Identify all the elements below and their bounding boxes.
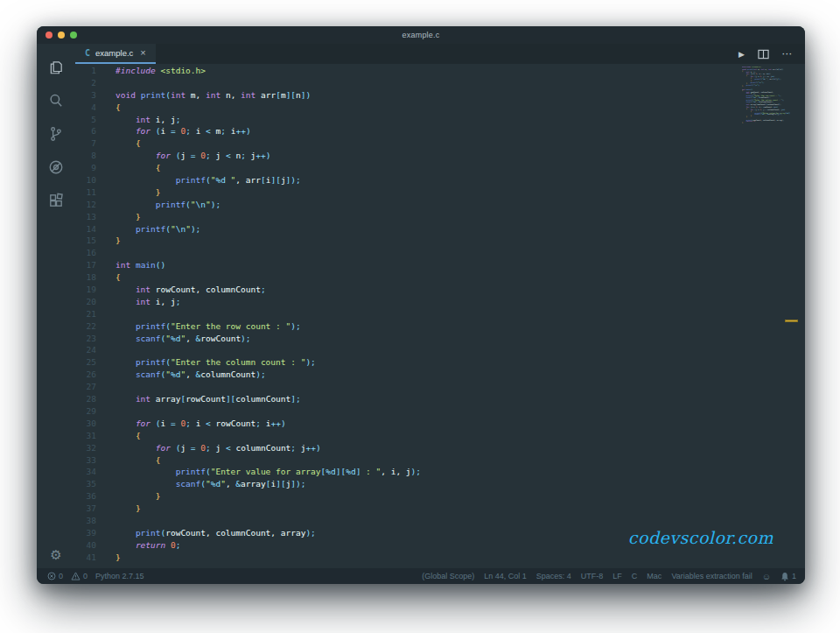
code-line[interactable]: printf("\n"); (116, 223, 805, 236)
source-control-icon[interactable] (37, 117, 75, 151)
extraction-status[interactable]: Variables extraction fail (671, 572, 752, 580)
line-number[interactable]: 3 (75, 89, 96, 102)
code-line[interactable] (116, 77, 805, 89)
problems-warnings[interactable]: 0 (71, 572, 88, 580)
code-line[interactable]: printf("\n"); (116, 199, 805, 211)
line-number[interactable]: 26 (75, 369, 96, 381)
minimap[interactable]: #include <stdio.h> void print(int m, int… (742, 67, 790, 123)
code-line[interactable]: for (i = 0; i < rowCount; i++) (116, 418, 805, 430)
code-line[interactable]: printf("Enter the row count : "); (116, 320, 805, 333)
code-line[interactable]: #include <stdio.h> (116, 65, 805, 77)
code-line[interactable] (116, 515, 805, 527)
code-line[interactable]: for (j = 0; j < n; j++) (116, 150, 805, 162)
code-line[interactable]: printf("Enter the column count : "); (116, 356, 805, 369)
code-line[interactable]: { (116, 102, 805, 114)
debug-icon[interactable] (37, 151, 75, 184)
line-number[interactable]: 39 (75, 527, 96, 539)
split-editor-icon[interactable] (758, 49, 769, 60)
code-line[interactable]: } (116, 552, 805, 564)
line-number[interactable]: 20 (75, 296, 96, 308)
line-number[interactable]: 7 (75, 137, 96, 150)
code-line[interactable]: } (116, 235, 805, 247)
line-number[interactable]: 34 (75, 466, 96, 478)
code-line[interactable]: { (116, 162, 805, 174)
feedback-smiley-icon[interactable]: ☺ (762, 572, 771, 581)
line-number[interactable]: 10 (75, 174, 96, 186)
line-number[interactable]: 27 (75, 381, 96, 393)
line-number[interactable]: 17 (75, 259, 96, 271)
code-line[interactable] (116, 405, 805, 418)
cursor-position[interactable]: Ln 44, Col 1 (484, 572, 527, 580)
line-number[interactable]: 6 (75, 125, 96, 137)
line-number[interactable]: 19 (75, 284, 96, 296)
line-number[interactable]: 41 (75, 552, 96, 564)
python-interpreter[interactable]: Python 2.7.15 (95, 572, 144, 580)
code-line[interactable]: { (116, 454, 805, 467)
line-number[interactable]: 33 (75, 454, 96, 467)
code-line[interactable]: int rowCount, columnCount; (116, 284, 805, 296)
line-number[interactable]: 21 (75, 308, 96, 320)
line-number[interactable]: 36 (75, 490, 96, 503)
code-line[interactable]: } (116, 211, 805, 223)
code-line[interactable]: printf("Enter value for array[%d][%d] : … (116, 466, 805, 478)
code-line[interactable]: { (116, 430, 805, 442)
extensions-icon[interactable] (37, 184, 75, 217)
code-line[interactable]: void print(int m, int n, int arr[m][n]) (116, 89, 805, 102)
code-line[interactable] (116, 247, 805, 259)
editor[interactable]: 1234567891011121314151617181920212223242… (75, 64, 805, 568)
line-number[interactable]: 11 (75, 186, 96, 199)
code-line[interactable]: int main() (116, 259, 805, 271)
tab-example-c[interactable]: C example.c × (75, 44, 156, 64)
eol-sequence[interactable]: LF (612, 572, 622, 580)
code-line[interactable]: } (116, 186, 805, 199)
code-line[interactable]: for (j = 0; j < columnCount; j++) (116, 442, 805, 454)
line-number[interactable]: 32 (75, 442, 96, 454)
code-line[interactable]: int array[rowCount][columnCount]; (116, 393, 805, 405)
code-line[interactable] (116, 308, 805, 320)
line-number[interactable]: 22 (75, 320, 96, 333)
notifications-bell[interactable]: 1 (780, 572, 796, 581)
code-line[interactable]: scanf("%d", &columnCount); (116, 369, 805, 381)
line-number[interactable]: 31 (75, 430, 96, 442)
line-number[interactable]: 29 (75, 405, 96, 418)
code-line[interactable]: scanf("%d", &array[i][j]); (116, 478, 805, 490)
code-line[interactable]: } (116, 503, 805, 515)
line-number[interactable]: 25 (75, 356, 96, 369)
code-line[interactable]: } (742, 123, 790, 124)
settings-gear-icon[interactable]: ⚙ (37, 540, 75, 568)
line-number[interactable]: 30 (75, 418, 96, 430)
code-line[interactable] (116, 381, 805, 393)
code-line[interactable]: { (116, 137, 805, 150)
line-number[interactable]: 28 (75, 393, 96, 405)
more-actions-icon[interactable]: ··· (782, 50, 793, 59)
code-line[interactable]: scanf("%d", &rowCount); (116, 333, 805, 345)
line-number[interactable]: 35 (75, 478, 96, 490)
close-tab-icon[interactable]: × (138, 48, 145, 58)
code-lines[interactable]: #include <stdio.h> void print(int m, int… (116, 65, 805, 564)
minimize-window-button[interactable] (58, 32, 65, 39)
code-line[interactable] (116, 344, 805, 356)
line-number[interactable]: 40 (75, 539, 96, 552)
line-number[interactable]: 13 (75, 211, 96, 223)
line-number[interactable]: 2 (75, 77, 96, 89)
line-number[interactable]: 14 (75, 223, 96, 236)
line-number[interactable]: 9 (75, 162, 96, 174)
code-line[interactable]: int i, j; (116, 296, 805, 308)
code-line[interactable]: } (116, 490, 805, 503)
close-window-button[interactable] (46, 32, 52, 39)
problems-errors[interactable]: 0 (47, 572, 63, 580)
search-icon[interactable] (37, 84, 75, 117)
line-number[interactable]: 16 (75, 247, 96, 259)
line-number[interactable]: 23 (75, 333, 96, 345)
run-button[interactable]: ▶ (738, 50, 745, 59)
line-number[interactable]: 37 (75, 503, 96, 515)
encoding[interactable]: UTF-8 (581, 572, 604, 580)
line-number[interactable]: 15 (75, 235, 96, 247)
maximize-window-button[interactable] (70, 32, 77, 39)
code-line[interactable]: { (116, 271, 805, 284)
code-line[interactable]: printf("%d ", arr[i][j]); (116, 174, 805, 186)
explorer-icon[interactable] (37, 51, 75, 84)
indentation[interactable]: Spaces: 4 (536, 572, 571, 580)
code-line[interactable]: for (i = 0; i < m; i++) (116, 125, 805, 137)
line-number[interactable]: 4 (75, 102, 96, 114)
